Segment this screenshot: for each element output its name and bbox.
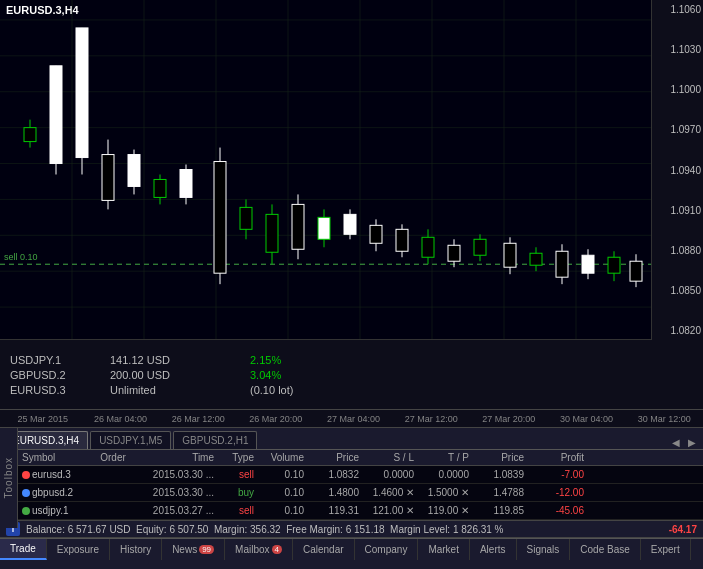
- price-5: 1.0940: [654, 165, 701, 176]
- tab-nav-arrows: ◀ ▶: [669, 436, 703, 449]
- trade-price-1: 1.4800: [308, 487, 363, 498]
- price-4: 1.0970: [654, 124, 701, 135]
- svg-rect-24: [76, 28, 88, 158]
- trade-symbol-2: usdjpy.1: [18, 505, 88, 516]
- th-price2: Price: [473, 452, 528, 463]
- price-8: 1.0850: [654, 285, 701, 296]
- th-profit: Profit: [528, 452, 588, 463]
- trade-profit-1: -12.00: [528, 487, 588, 498]
- trade-volume-0: 0.10: [258, 469, 308, 480]
- tab-history[interactable]: History: [110, 539, 162, 560]
- tab-news[interactable]: News99: [162, 539, 225, 560]
- svg-rect-52: [448, 245, 460, 261]
- price-labels: 1.1060 1.1030 1.1000 1.0970 1.0940 1.091…: [651, 0, 703, 340]
- trade-volume-2: 0.10: [258, 505, 308, 516]
- chart-tab-2[interactable]: GBPUSD.2,H1: [173, 431, 257, 449]
- info-value-2: 200.00 USD: [110, 369, 230, 381]
- info-panel: USDJPY.1 141.12 USD 2.15% GBPUSD.2 200.0…: [0, 340, 703, 410]
- svg-rect-28: [128, 155, 140, 187]
- svg-rect-32: [180, 170, 192, 198]
- tab-market[interactable]: Market: [418, 539, 470, 560]
- info-symbol-1: USDJPY.1: [10, 354, 90, 366]
- toolbox-label: Toolbox: [3, 457, 14, 498]
- trade-type-2: sell: [218, 505, 258, 516]
- bottom-tabs: Trade Exposure History News99 Mailbox4 C…: [0, 538, 703, 560]
- svg-rect-64: [608, 257, 620, 273]
- time-axis: 25 Mar 2015 26 Mar 04:00 26 Mar 12:00 26…: [0, 410, 703, 428]
- info-value-1: 141.12 USD: [110, 354, 230, 366]
- sl-x-1[interactable]: ✕: [406, 487, 414, 498]
- price-1: 1.1060: [654, 4, 701, 15]
- svg-rect-44: [344, 214, 356, 234]
- chart-tab-1[interactable]: USDJPY.1,M5: [90, 431, 171, 449]
- tab-expert[interactable]: Expert: [641, 539, 691, 560]
- toolbox: Toolbox: [0, 428, 18, 528]
- chart-area: EURUSD.3,H4: [0, 0, 703, 340]
- trade-time-2: 2015.03.27 ...: [138, 505, 218, 516]
- trade-tp-0: 0.0000: [418, 469, 473, 480]
- price-3: 1.1000: [654, 84, 701, 95]
- tab-signals[interactable]: Signals: [517, 539, 571, 560]
- svg-rect-38: [266, 214, 278, 252]
- trade-type-1: buy: [218, 487, 258, 498]
- trade-type-0: sell: [218, 469, 258, 480]
- info-row-1: USDJPY.1 141.12 USD 2.15%: [10, 354, 693, 366]
- th-type: Type: [218, 452, 258, 463]
- svg-rect-30: [154, 179, 166, 197]
- tab-prev-arrow[interactable]: ◀: [669, 436, 683, 449]
- svg-rect-22: [50, 66, 62, 164]
- trade-profit-0: -7.00: [528, 469, 588, 480]
- trade-time-1: 2015.03.30 ...: [138, 487, 218, 498]
- time-label-6: 27 Mar 20:00: [470, 414, 548, 424]
- tab-exposure[interactable]: Exposure: [47, 539, 110, 560]
- trade-price-0: 1.0832: [308, 469, 363, 480]
- trade-volume-1: 0.10: [258, 487, 308, 498]
- svg-rect-62: [582, 255, 594, 273]
- sl-x-2[interactable]: ✕: [406, 505, 414, 516]
- info-pct-1: 2.15%: [250, 354, 281, 366]
- time-label-5: 27 Mar 12:00: [392, 414, 470, 424]
- svg-rect-66: [630, 261, 642, 281]
- tp-x-2[interactable]: ✕: [461, 505, 469, 516]
- th-price: Price: [308, 452, 363, 463]
- tab-company[interactable]: Company: [355, 539, 419, 560]
- time-label-3: 26 Mar 20:00: [237, 414, 315, 424]
- trade-profit-2: -45.06: [528, 505, 588, 516]
- tab-codebase[interactable]: Code Base: [570, 539, 640, 560]
- time-label-1: 26 Mar 04:00: [82, 414, 160, 424]
- table-row: ✕ gbpusd.2 2015.03.30 ... buy 0.10 1.480…: [0, 484, 703, 502]
- tab-calendar[interactable]: Calendar: [293, 539, 355, 560]
- tab-trade[interactable]: Trade: [0, 539, 47, 560]
- trade-sl-1: 1.4600 ✕: [363, 487, 418, 498]
- svg-rect-60: [556, 251, 568, 277]
- tab-alerts[interactable]: Alerts: [470, 539, 517, 560]
- trade-price2-1: 1.4788: [473, 487, 528, 498]
- balance-text: Balance: 6 571.67 USD Equity: 6 507.50 M…: [26, 524, 504, 535]
- chart-tabs: EURUSD.3,H4 USDJPY.1,M5 GBPUSD.2,H1 ◀ ▶: [0, 428, 703, 450]
- th-order: Order: [88, 452, 138, 463]
- tab-mailbox[interactable]: Mailbox4: [225, 539, 293, 560]
- tp-x-1[interactable]: ✕: [461, 487, 469, 498]
- info-pct-2: 3.04%: [250, 369, 281, 381]
- th-symbol: Symbol: [18, 452, 88, 463]
- chart-canvas[interactable]: sell 0.10: [0, 0, 651, 339]
- th-time: Time: [138, 452, 218, 463]
- info-value-3: Unlimited: [110, 384, 230, 396]
- time-label-4: 27 Mar 04:00: [315, 414, 393, 424]
- info-symbol-2: GBPUSD.2: [10, 369, 90, 381]
- svg-rect-40: [292, 204, 304, 249]
- th-tp: T / P: [418, 452, 473, 463]
- svg-rect-48: [396, 229, 408, 251]
- balance-profit: -64.17: [669, 524, 697, 535]
- price-2: 1.1030: [654, 44, 701, 55]
- trade-price2-2: 119.85: [473, 505, 528, 516]
- symbol-dot-1: [22, 489, 30, 497]
- svg-rect-34: [214, 162, 226, 274]
- price-7: 1.0880: [654, 245, 701, 256]
- table-row: ✕ usdjpy.1 2015.03.27 ... sell 0.10 119.…: [0, 502, 703, 520]
- tab-next-arrow[interactable]: ▶: [685, 436, 699, 449]
- time-label-7: 30 Mar 04:00: [548, 414, 626, 424]
- price-9: 1.0820: [654, 325, 701, 336]
- symbol-dot-2: [22, 507, 30, 515]
- trade-symbol-0: eurusd.3: [18, 469, 88, 480]
